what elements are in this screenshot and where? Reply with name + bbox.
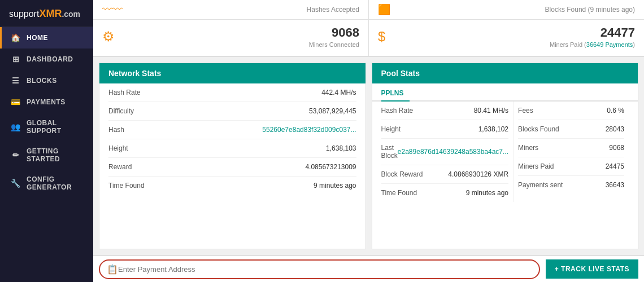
pool-last-block-value[interactable]: e2a89e876d14639248a583ba4ac7... <box>398 148 508 156</box>
network-difficulty-row: Difficulty 53,087,929,445 <box>108 102 356 121</box>
pool-height-label: Height <box>381 125 401 133</box>
pool-blocks-found-value: 28043 <box>606 125 624 133</box>
dollar-icon: $ <box>378 29 385 45</box>
network-hash-rate-label: Hash Rate <box>108 89 141 96</box>
miners-info: 9068 Miners Connected <box>123 25 359 48</box>
sidebar-item-getting-started[interactable]: ✏ GETTING STARTED <box>0 141 93 169</box>
sidebar-item-global-support[interactable]: 👥 GLOBAL SUPPORT <box>0 113 93 141</box>
pool-block-reward-value: 4.0868930126 XMR <box>448 170 508 178</box>
payments-link[interactable]: 36649 Payments <box>586 41 633 48</box>
logo: supportXMR.com <box>0 0 93 27</box>
miners-paid-suffix: ) <box>633 41 635 48</box>
sidebar-item-config-generator-label: CONFIG GENERATOR <box>27 175 84 191</box>
payment-address-wrapper: 📋 <box>99 259 540 279</box>
miners-connected-card: ⚙ 9068 Miners Connected <box>93 20 369 56</box>
pool-stats-grid: Hash Rate 80.41 MH/s Height 1,638,102 La… <box>381 102 629 202</box>
pool-fees-value: 0.6 % <box>607 107 624 114</box>
pool-fees-label: Fees <box>518 107 533 114</box>
getting-started-icon: ✏ <box>11 151 21 160</box>
pool-height-row: Height 1,638,102 <box>381 120 509 139</box>
pool-tabs: PPLNS <box>372 86 638 102</box>
miners-paid-number: 24477 <box>393 25 635 40</box>
footer-bar: 📋 + TRACK LIVE STATS <box>93 255 644 282</box>
sidebar-item-dashboard[interactable]: ⊞ DASHBOARD <box>0 49 93 70</box>
pool-blocks-found-label: Blocks Found <box>518 125 559 133</box>
pool-stats-body: Hash Rate 80.41 MH/s Height 1,638,102 La… <box>372 102 638 249</box>
blocks-found-icon: 🟧 <box>378 3 390 16</box>
sidebar-item-blocks-label: BLOCKS <box>27 77 57 85</box>
miners-paid-card: $ 24477 Miners Paid (36649 Payments) <box>369 20 644 56</box>
network-hash-value[interactable]: 55260e7e8ad83f32d009c037... <box>262 126 356 134</box>
main-content: 〰〰 Hashes Accepted 🟧 Blocks Found (9 min… <box>93 0 644 282</box>
footer-wrapper: 📋 + TRACK LIVE STATS <box>99 259 638 279</box>
sidebar: supportXMR.com 🏠 HOME ⊞ DASHBOARD ☰ BLOC… <box>0 0 93 282</box>
network-time-found-label: Time Found <box>108 182 145 190</box>
processor-icon: ⚙ <box>102 29 115 45</box>
network-stats-body: Hash Rate 442.4 MH/s Difficulty 53,087,9… <box>99 83 365 249</box>
main-stats-row: ⚙ 9068 Miners Connected $ 24477 Miners P… <box>93 20 644 57</box>
network-hash-row: Hash 55260e7e8ad83f32d009c037... <box>108 121 356 139</box>
network-time-found-value: 9 minutes ago <box>314 182 356 190</box>
navigation: 🏠 HOME ⊞ DASHBOARD ☰ BLOCKS 💳 PAYMENTS 👥… <box>0 27 93 197</box>
miners-paid-info: 24477 Miners Paid (36649 Payments) <box>393 25 635 48</box>
sidebar-item-getting-started-label: GETTING STARTED <box>27 147 84 163</box>
hashes-accepted-label: Hashes Accepted <box>307 6 359 14</box>
pool-last-block-label: Last Block <box>381 144 398 160</box>
network-height-value: 1,638,103 <box>326 144 356 152</box>
logo-support: support <box>9 9 39 19</box>
pool-block-reward-label: Block Reward <box>381 170 423 178</box>
network-time-found-row: Time Found 9 minutes ago <box>108 177 356 195</box>
pool-miners-label: Miners <box>518 144 538 152</box>
miners-paid-prefix: Miners Paid ( <box>550 41 586 48</box>
sidebar-item-config-generator[interactable]: 🔧 CONFIG GENERATOR <box>0 169 93 197</box>
blocks-found-label: Blocks Found (9 minutes ago) <box>545 6 635 14</box>
pool-block-reward-row: Block Reward 4.0868930126 XMR <box>381 165 509 184</box>
dashboard-icon: ⊞ <box>11 55 21 64</box>
pool-time-found-value: 9 minutes ago <box>466 189 508 197</box>
pool-hash-rate-label: Hash Rate <box>381 107 414 114</box>
payment-address-input[interactable] <box>118 263 532 276</box>
track-live-stats-button[interactable]: + TRACK LIVE STATS <box>546 259 638 279</box>
blocks-icon: ☰ <box>11 76 21 85</box>
partial-stats-row: 〰〰 Hashes Accepted 🟧 Blocks Found (9 min… <box>93 0 644 20</box>
network-hash-rate-row: Hash Rate 442.4 MH/s <box>108 83 356 102</box>
network-reward-row: Reward 4.085673213009 <box>108 158 356 177</box>
pool-payments-sent-label: Payments sent <box>518 181 563 189</box>
sidebar-item-payments[interactable]: 💳 PAYMENTS <box>0 91 93 113</box>
miners-paid-label: Miners Paid (36649 Payments) <box>393 41 635 48</box>
pool-payments-sent-value: 36643 <box>606 181 624 189</box>
config-generator-icon: 🔧 <box>11 179 21 188</box>
network-difficulty-value: 53,087,929,445 <box>309 107 356 115</box>
pool-miners-value: 9068 <box>609 144 624 152</box>
pool-miners-row: Miners 9068 <box>518 139 624 157</box>
network-reward-value: 4.085673213009 <box>305 163 356 171</box>
clipboard-icon: 📋 <box>107 264 118 275</box>
hashes-accepted-card: 〰〰 Hashes Accepted <box>93 0 369 20</box>
sidebar-item-global-support-label: GLOBAL SUPPORT <box>27 119 84 135</box>
pool-miners-paid-value: 24475 <box>606 162 624 170</box>
pool-height-value: 1,638,102 <box>478 125 508 133</box>
sidebar-item-home-label: HOME <box>27 34 48 42</box>
sidebar-item-home[interactable]: 🏠 HOME <box>0 27 93 49</box>
pool-payments-sent-row: Payments sent 36643 <box>518 176 624 194</box>
pool-miners-paid-label: Miners Paid <box>518 162 554 170</box>
logo-dotcom: .com <box>62 10 80 19</box>
network-hash-label: Hash <box>108 126 124 134</box>
payments-icon: 💳 <box>11 98 21 107</box>
sidebar-item-blocks[interactable]: ☰ BLOCKS <box>0 70 93 91</box>
network-difficulty-label: Difficulty <box>108 107 134 115</box>
network-reward-label: Reward <box>108 163 132 171</box>
tab-pplns[interactable]: PPLNS <box>381 86 410 102</box>
panels-row: Network Stats Hash Rate 442.4 MH/s Diffi… <box>93 57 644 255</box>
network-stats-panel: Network Stats Hash Rate 442.4 MH/s Diffi… <box>99 63 366 249</box>
home-icon: 🏠 <box>11 33 21 42</box>
pool-stats-left: Hash Rate 80.41 MH/s Height 1,638,102 La… <box>381 102 514 202</box>
pool-stats-panel: Pool Stats PPLNS Hash Rate 80.41 MH/s He… <box>372 63 639 249</box>
global-support-icon: 👥 <box>11 122 21 131</box>
pool-last-block-row: Last Block e2a89e876d14639248a583ba4ac7.… <box>381 139 509 165</box>
logo-xmr: XMR <box>39 8 62 19</box>
wave-icon: 〰〰 <box>102 4 123 16</box>
miners-number: 9068 <box>123 25 359 40</box>
pool-time-found-label: Time Found <box>381 189 417 197</box>
pool-stats-header: Pool Stats <box>372 63 638 83</box>
